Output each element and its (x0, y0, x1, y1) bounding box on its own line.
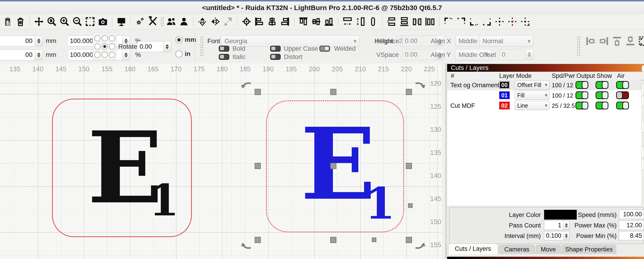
rotate-handle-bottom-right[interactable] (413, 237, 427, 251)
align-middle-icon[interactable] (311, 16, 322, 27)
center-position-red-icon[interactable] (507, 16, 518, 27)
bold-toggle[interactable] (219, 46, 229, 52)
power-min-field[interactable]: 8.45 (619, 231, 644, 240)
distribute-v-icon[interactable] (386, 16, 397, 27)
anchor-middle-right[interactable] (109, 44, 115, 50)
rotate-handle-bottom-left[interactable] (239, 237, 254, 251)
push-left-icon[interactable] (584, 35, 596, 47)
selection-handle[interactable] (406, 237, 412, 243)
toggle-on[interactable] (596, 102, 608, 110)
canvas-vertical-scrollbar[interactable] (442, 64, 446, 259)
mm-radio-circle[interactable] (176, 36, 182, 44)
users-icon[interactable] (166, 16, 176, 27)
anchor-bottom-right[interactable] (109, 52, 115, 58)
rotate-handle-top-left[interactable] (239, 80, 254, 94)
toggle-on[interactable] (576, 81, 588, 89)
toggle-on[interactable] (616, 81, 629, 89)
anchor-top-right[interactable] (109, 35, 115, 41)
panel-scrollbar-thumb[interactable] (641, 121, 644, 132)
panel-scrollbar-thumb[interactable] (641, 96, 644, 107)
selection-handle[interactable] (408, 203, 413, 208)
same-height-icon[interactable] (355, 16, 366, 27)
anchor-bottom-left[interactable] (94, 52, 100, 58)
selection-handle[interactable] (255, 89, 261, 95)
same-width-icon[interactable] (342, 16, 353, 27)
layer-row[interactable]: 01Fill100 / 12 (447, 90, 641, 100)
tile-letter-2[interactable]: E (300, 115, 376, 213)
corner-bottom-left-icon[interactable] (468, 16, 479, 27)
height-spinner[interactable] (35, 50, 43, 60)
tile-score-2[interactable]: 1 (365, 182, 395, 225)
rotate-field[interactable]: 0.00 (137, 41, 171, 52)
layer-mode-dropdown[interactable]: Offset Fill (515, 80, 550, 90)
corner-bottom-right-icon[interactable] (482, 16, 492, 27)
center-position-corner-icon[interactable] (520, 16, 530, 27)
arrange-grip[interactable] (577, 36, 580, 57)
user-icon[interactable] (178, 16, 189, 27)
settings-icon[interactable] (134, 16, 145, 27)
align-right-icon[interactable] (280, 16, 290, 27)
anchor-middle-left[interactable] (94, 44, 100, 50)
tile-score-1[interactable]: 1 (149, 178, 179, 222)
distribute-v2-icon[interactable] (399, 16, 410, 27)
pan-icon[interactable] (34, 16, 44, 27)
speed-field[interactable]: 100.00 (619, 210, 644, 219)
panel-scrollbar-thumb[interactable] (641, 159, 644, 170)
layer-row[interactable]: Cut MDF02Line25 / 32.5 (447, 100, 641, 111)
rotate-spinner[interactable] (163, 41, 171, 52)
offset-field[interactable]: 0 (499, 49, 534, 60)
selection-handle[interactable] (330, 237, 336, 243)
power-max-field[interactable]: 12.00 (619, 221, 644, 230)
layer-color-chip[interactable]: 01 (499, 91, 510, 99)
toggle-on[interactable] (596, 81, 608, 89)
anchor-top-center[interactable] (102, 35, 108, 41)
anchor-point-selector[interactable] (92, 33, 117, 60)
panel-scrollbar-thumb[interactable] (641, 83, 644, 95)
preview-icon[interactable] (116, 16, 127, 27)
canvas-workspace[interactable]: E 1 E 1 13514014515015516016517017518018… (0, 64, 445, 259)
text-style-dropdown[interactable]: Normal (479, 36, 534, 47)
zoom-in-icon[interactable] (59, 16, 70, 27)
toggle-on[interactable] (596, 91, 608, 99)
panel-scrollbar-thumb[interactable] (641, 146, 644, 158)
paste-icon[interactable] (2, 16, 13, 27)
selection-handle[interactable] (406, 163, 412, 169)
toggle-on[interactable] (616, 102, 629, 110)
panel-divider[interactable] (445, 64, 447, 259)
selection-handle[interactable] (406, 89, 412, 95)
align-bottom-icon[interactable] (324, 16, 334, 27)
tab-cuts-layers[interactable]: Cuts / Layers (448, 244, 498, 254)
align-left-icon[interactable] (254, 16, 265, 27)
distort-toggle[interactable] (270, 54, 281, 60)
zoom-page-icon[interactable] (46, 16, 57, 27)
camera-icon[interactable] (98, 16, 108, 27)
selection-handle[interactable] (255, 163, 261, 169)
toolbar-grip[interactable] (200, 36, 204, 57)
align-top-icon[interactable] (298, 16, 309, 27)
push-bottom-icon[interactable] (624, 35, 636, 47)
distribute-h-icon[interactable] (412, 16, 422, 27)
pill-icon[interactable] (368, 16, 378, 27)
italic-toggle[interactable] (219, 54, 229, 60)
unit-mm-radio[interactable]: mm (176, 36, 196, 44)
pass-count-field[interactable]: 1 (544, 221, 570, 230)
offset-spinner[interactable] (525, 49, 533, 60)
layer-color-chip[interactable]: 00 (499, 81, 510, 89)
tab-cameras[interactable]: Cameras (499, 245, 535, 254)
welded-toggle[interactable] (320, 46, 330, 52)
frame-selection-icon[interactable] (85, 16, 96, 27)
rotate-handle-top-right[interactable] (413, 80, 427, 94)
width-field[interactable]: 00 (0, 36, 43, 46)
anchor-bottom-center[interactable] (102, 52, 108, 58)
nest-icon[interactable] (638, 35, 644, 47)
layer-mode-dropdown[interactable]: Fill (515, 91, 550, 100)
distribute-h2-icon[interactable] (424, 16, 435, 27)
anchor-center[interactable] (102, 44, 108, 50)
toolbar-grip[interactable] (160, 16, 164, 27)
interval-field[interactable]: 0.100 (544, 231, 570, 240)
unit-in-radio[interactable]: in (176, 50, 190, 58)
zoom-out-icon[interactable] (72, 16, 83, 27)
height-field[interactable]: 00 (0, 49, 43, 60)
toggle-off[interactable] (616, 91, 629, 99)
toggle-on[interactable] (576, 91, 588, 99)
